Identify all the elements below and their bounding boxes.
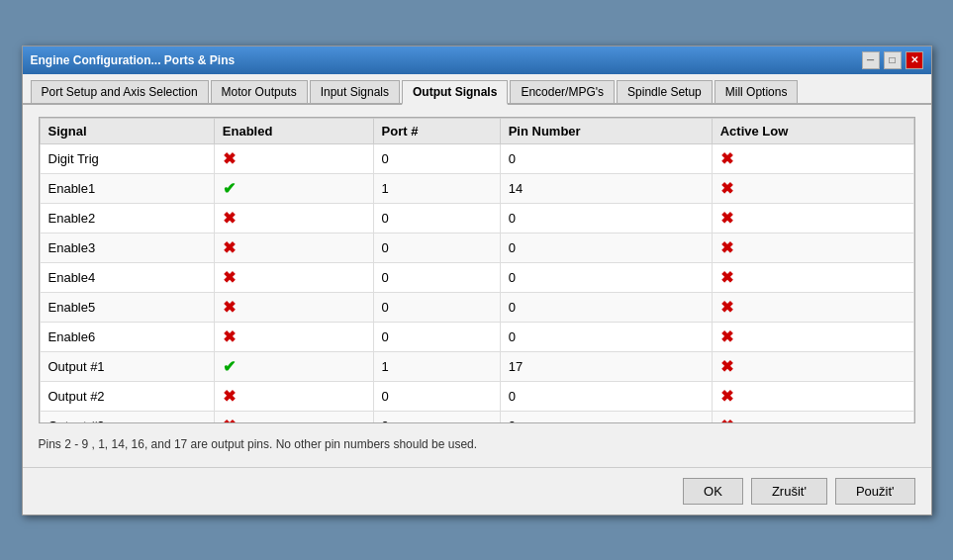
x-icon: ✖ <box>223 417 236 422</box>
cell-enabled[interactable]: ✔ <box>214 351 373 381</box>
x-icon: ✖ <box>720 387 733 406</box>
cell-active-low[interactable]: ✖ <box>712 233 913 262</box>
tab-bar: Port Setup and Axis Selection Motor Outp… <box>23 74 931 105</box>
tab-output-signals[interactable]: Output Signals <box>402 80 508 105</box>
minimize-button[interactable]: ─ <box>862 51 880 69</box>
cell-signal: Output #2 <box>40 381 214 411</box>
title-bar: Engine Configuration... Ports & Pins ─ □… <box>23 47 931 74</box>
footer: OK Zrušit' Použit' <box>23 467 931 514</box>
col-enabled: Enabled <box>214 118 373 143</box>
x-icon: ✖ <box>223 387 236 406</box>
cell-signal: Enable5 <box>40 292 214 322</box>
window-title: Engine Configuration... Ports & Pins <box>31 53 236 67</box>
cancel-button[interactable]: Zrušit' <box>751 478 827 505</box>
cell-port: 0 <box>373 411 500 422</box>
table-row[interactable]: Output #1 ✔ 1 17 ✖ <box>40 351 913 381</box>
signal-table-container: Signal Enabled Port # Pin Number Active … <box>39 117 915 423</box>
table-row[interactable]: Digit Trig ✖ 0 0 ✖ <box>40 143 913 173</box>
table-row[interactable]: Enable6 ✖ 0 0 ✖ <box>40 322 913 351</box>
cell-signal: Output #1 <box>40 351 214 381</box>
cell-signal: Output #3 <box>40 411 214 422</box>
cell-pin: 0 <box>500 233 712 262</box>
cell-enabled[interactable]: ✖ <box>214 411 373 422</box>
table-row[interactable]: Enable2 ✖ 0 0 ✖ <box>40 203 913 233</box>
cell-enabled[interactable]: ✖ <box>214 292 373 322</box>
cell-enabled[interactable]: ✖ <box>214 322 373 351</box>
x-icon: ✖ <box>223 238 236 257</box>
cell-active-low[interactable]: ✖ <box>712 351 913 381</box>
cell-active-low[interactable]: ✖ <box>712 411 913 422</box>
note-text: Pins 2 - 9 , 1, 14, 16, and 17 are outpu… <box>39 433 915 455</box>
x-icon: ✖ <box>720 298 733 317</box>
cell-pin: 0 <box>500 203 712 233</box>
cell-port: 0 <box>373 203 500 233</box>
cell-enabled[interactable]: ✖ <box>214 143 373 173</box>
cell-active-low[interactable]: ✖ <box>712 173 913 203</box>
tab-motor-outputs[interactable]: Motor Outputs <box>211 80 308 103</box>
table-row[interactable]: Enable3 ✖ 0 0 ✖ <box>40 233 913 262</box>
table-scroll-area[interactable]: Signal Enabled Port # Pin Number Active … <box>40 118 914 422</box>
cell-active-low[interactable]: ✖ <box>712 292 913 322</box>
col-active-low: Active Low <box>712 118 913 143</box>
x-icon: ✖ <box>720 357 733 376</box>
cell-signal: Digit Trig <box>40 143 214 173</box>
col-pin: Pin Number <box>500 118 712 143</box>
apply-button[interactable]: Použit' <box>835 478 915 505</box>
x-icon: ✖ <box>720 209 733 228</box>
x-icon: ✖ <box>720 238 733 257</box>
cell-pin: 0 <box>500 322 712 351</box>
x-icon: ✖ <box>223 149 236 168</box>
table-row[interactable]: Output #3 ✖ 0 0 ✖ <box>40 411 913 422</box>
cell-signal: Enable4 <box>40 262 214 292</box>
cell-port: 0 <box>373 143 500 173</box>
cell-active-low[interactable]: ✖ <box>712 322 913 351</box>
cell-signal: Enable2 <box>40 203 214 233</box>
x-icon: ✖ <box>720 327 733 346</box>
x-icon: ✖ <box>223 298 236 317</box>
close-button[interactable]: ✕ <box>905 51 923 69</box>
x-icon: ✖ <box>223 327 236 346</box>
cell-signal: Enable3 <box>40 233 214 262</box>
maximize-button[interactable]: □ <box>884 51 902 69</box>
ok-button[interactable]: OK <box>683 478 743 505</box>
table-row[interactable]: Enable1 ✔ 1 14 ✖ <box>40 173 913 203</box>
x-icon: ✖ <box>720 268 733 287</box>
tab-port-setup[interactable]: Port Setup and Axis Selection <box>31 80 209 103</box>
tab-encoder-mpg[interactable]: Encoder/MPG's <box>510 80 615 103</box>
tab-input-signals[interactable]: Input Signals <box>310 80 400 103</box>
tab-mill-options[interactable]: Mill Options <box>715 80 799 103</box>
cell-port: 0 <box>373 322 500 351</box>
x-icon: ✖ <box>223 209 236 228</box>
cell-enabled[interactable]: ✖ <box>214 262 373 292</box>
x-icon: ✖ <box>720 417 733 422</box>
cell-active-low[interactable]: ✖ <box>712 143 913 173</box>
cell-active-low[interactable]: ✖ <box>712 203 913 233</box>
cell-pin: 0 <box>500 143 712 173</box>
cell-enabled[interactable]: ✔ <box>214 173 373 203</box>
cell-port: 0 <box>373 262 500 292</box>
main-window: Engine Configuration... Ports & Pins ─ □… <box>22 46 932 515</box>
signal-table: Signal Enabled Port # Pin Number Active … <box>40 118 914 422</box>
main-content: Signal Enabled Port # Pin Number Active … <box>23 105 931 467</box>
cell-port: 0 <box>373 233 500 262</box>
table-row[interactable]: Output #2 ✖ 0 0 ✖ <box>40 381 913 411</box>
cell-port: 1 <box>373 173 500 203</box>
tab-spindle-setup[interactable]: Spindle Setup <box>617 80 713 103</box>
col-port: Port # <box>373 118 500 143</box>
cell-port: 0 <box>373 381 500 411</box>
cell-pin: 17 <box>500 351 712 381</box>
cell-pin: 14 <box>500 173 712 203</box>
cell-enabled[interactable]: ✖ <box>214 233 373 262</box>
cell-pin: 0 <box>500 292 712 322</box>
cell-active-low[interactable]: ✖ <box>712 381 913 411</box>
table-row[interactable]: Enable4 ✖ 0 0 ✖ <box>40 262 913 292</box>
cell-port: 0 <box>373 292 500 322</box>
cell-pin: 0 <box>500 381 712 411</box>
cell-enabled[interactable]: ✖ <box>214 381 373 411</box>
cell-signal: Enable6 <box>40 322 214 351</box>
cell-enabled[interactable]: ✖ <box>214 203 373 233</box>
cell-signal: Enable1 <box>40 173 214 203</box>
cell-active-low[interactable]: ✖ <box>712 262 913 292</box>
check-icon: ✔ <box>223 357 236 376</box>
table-row[interactable]: Enable5 ✖ 0 0 ✖ <box>40 292 913 322</box>
